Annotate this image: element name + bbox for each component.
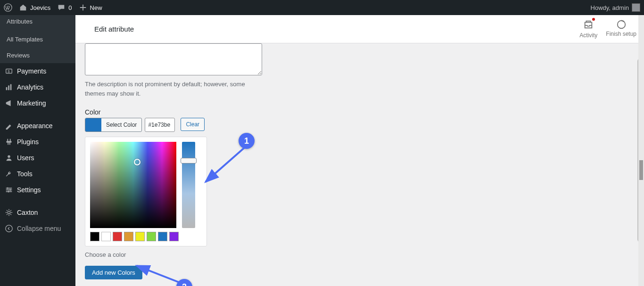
annotation-1-arrow [202, 144, 249, 187]
admin-bar: Joevics 0 New Howdy, admin [0, 0, 644, 15]
new-link[interactable]: New [79, 0, 102, 15]
hue-slider[interactable] [182, 142, 195, 228]
clear-button[interactable]: Clear [181, 118, 205, 131]
comments-link[interactable]: 0 [57, 0, 72, 15]
svg-point-0 [4, 4, 12, 11]
admin-sidebar: Attributes All Templates Reviews $ Payme… [0, 15, 75, 286]
collapse-icon [5, 224, 13, 233]
svg-rect-3 [6, 87, 8, 90]
page-header: Edit attribute Activity Finish setup [75, 15, 644, 43]
form-body: The description is not prominent by defa… [75, 43, 644, 286]
svg-point-14 [6, 225, 12, 232]
preset-color[interactable] [101, 232, 111, 241]
gear-icon [5, 208, 13, 217]
annotation-2-circle: 2 [176, 279, 192, 286]
sidebar-item-reviews[interactable]: Reviews [0, 47, 75, 63]
collapse-menu[interactable]: Collapse menu [0, 221, 75, 237]
sidebar-item-attributes[interactable]: Attributes [0, 15, 75, 31]
preset-colors [90, 232, 202, 241]
svg-rect-11 [10, 189, 11, 191]
sidebar-item-payments[interactable]: $ Payments [0, 63, 75, 79]
settings-icon [5, 186, 13, 194]
outer-scrollbar[interactable] [638, 0, 644, 286]
svg-line-17 [206, 147, 245, 182]
howdy-link[interactable]: Howdy, admin [591, 0, 640, 15]
sidebar-item-users[interactable]: Users [0, 150, 75, 166]
page-title: Edit attribute [94, 25, 134, 33]
saturation-cursor[interactable] [134, 159, 140, 165]
inbox-icon [583, 19, 594, 30]
hue-handle[interactable] [181, 158, 197, 163]
avatar [632, 3, 640, 12]
preset-color[interactable] [113, 232, 122, 241]
svg-line-18 [137, 266, 180, 283]
plus-icon [79, 3, 87, 12]
sidebar-item-all-templates[interactable]: All Templates [0, 31, 75, 47]
select-color-label: Select Color [101, 118, 141, 131]
svg-rect-8 [6, 189, 12, 190]
progress-icon [616, 19, 627, 30]
color-field-label: Color [85, 108, 635, 116]
color-hex-input[interactable] [145, 118, 175, 132]
svg-point-6 [8, 155, 10, 158]
payments-icon: $ [5, 67, 13, 75]
svg-rect-7 [6, 188, 12, 189]
appearance-icon [5, 122, 13, 130]
preset-color[interactable] [135, 232, 145, 241]
svg-point-16 [617, 21, 625, 29]
sidebar-item-analytics[interactable]: Analytics [0, 79, 75, 95]
sidebar-item-caxton[interactable]: Caxton [0, 204, 75, 221]
svg-rect-10 [7, 188, 8, 189]
new-label: New [90, 4, 102, 11]
users-icon [5, 154, 13, 162]
preset-color[interactable] [90, 232, 99, 241]
tools-icon [5, 170, 13, 178]
comments-count: 0 [68, 4, 72, 11]
analytics-icon [5, 83, 13, 91]
sidebar-item-plugins[interactable]: Plugins [0, 134, 75, 150]
color-picker-panel [85, 137, 207, 246]
content-area: Edit attribute Activity Finish setup The… [75, 15, 644, 286]
comment-icon [57, 3, 66, 12]
svg-rect-4 [8, 85, 9, 90]
current-color-swatch [85, 118, 101, 131]
finish-setup-button[interactable]: Finish setup [606, 19, 636, 39]
sidebar-item-settings[interactable]: Settings [0, 182, 75, 198]
saturation-area[interactable] [90, 142, 176, 228]
home-icon [19, 3, 27, 12]
annotation-1-circle: 1 [239, 133, 255, 149]
site-link[interactable]: Joevics [19, 0, 50, 15]
outer-scrollbar-thumb[interactable] [639, 160, 643, 180]
sidebar-item-tools[interactable]: Tools [0, 166, 75, 182]
preset-color[interactable] [158, 232, 167, 241]
svg-rect-5 [10, 84, 12, 90]
sidebar-item-appearance[interactable]: Appearance [0, 118, 75, 134]
svg-text:$: $ [8, 69, 10, 74]
sidebar-item-marketing[interactable]: Marketing [0, 95, 75, 111]
howdy-text: Howdy, admin [591, 4, 629, 11]
preset-color[interactable] [169, 232, 179, 241]
wordpress-icon [4, 3, 12, 12]
preset-color[interactable] [147, 232, 156, 241]
select-color-button[interactable]: Select Color [85, 118, 142, 132]
site-name: Joevics [30, 4, 50, 11]
marketing-icon [5, 99, 13, 107]
add-new-colors-button[interactable]: Add new Colors [85, 266, 142, 279]
preset-color[interactable] [124, 232, 133, 241]
wp-logo[interactable] [4, 0, 12, 15]
plugins-icon [5, 138, 13, 146]
choose-color-text: Choose a color [85, 251, 635, 258]
svg-point-13 [8, 211, 10, 213]
description-textarea[interactable] [85, 43, 262, 75]
svg-rect-12 [8, 191, 9, 193]
activity-button[interactable]: Activity [579, 19, 597, 39]
description-help: The description is not prominent by defa… [85, 80, 255, 98]
